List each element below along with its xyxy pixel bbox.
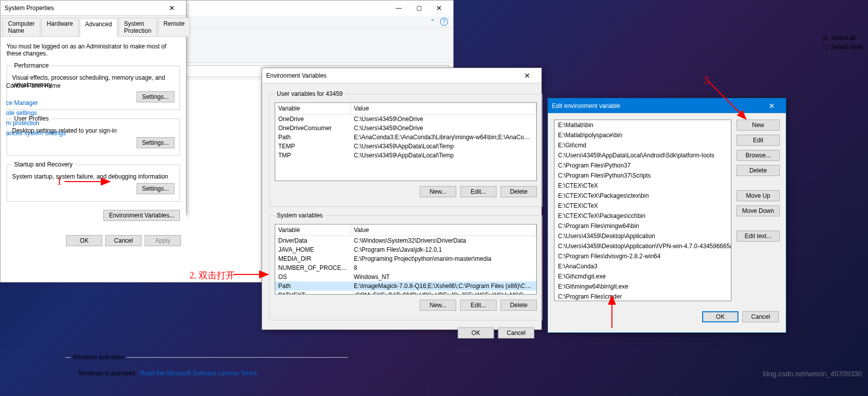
table-row[interactable]: PathE:\AnaConda3;E:\AnaConda3\Library\mi… — [275, 133, 536, 142]
path-list-item[interactable]: E:\Git\cmd\git.exe — [554, 271, 731, 281]
user-profiles-settings-button[interactable]: Settings... — [137, 137, 174, 148]
path-list-item[interactable]: E:\Matlab\bin — [554, 120, 731, 130]
performance-settings-button[interactable]: Settings... — [137, 91, 174, 102]
environment-variables-button[interactable]: Environment Variables... — [103, 210, 180, 221]
tab-hardware[interactable]: Hardware — [41, 18, 79, 36]
editvar-browse-button[interactable]: Browse... — [736, 150, 780, 161]
path-list-item[interactable]: C:\Program Files\Python37\Scripts — [554, 171, 731, 181]
apply-button[interactable]: Apply — [145, 235, 181, 246]
user-delete-button[interactable]: Delete — [501, 186, 537, 197]
sys-delete-button[interactable]: Delete — [501, 300, 537, 311]
cancel-button[interactable]: Cancel — [105, 235, 142, 246]
control-panel-sidebar: Control Panel Home ce Manager ote settin… — [0, 81, 86, 138]
header-value[interactable]: Value — [351, 224, 536, 236]
editvar-moveup-button[interactable]: Move Up — [736, 190, 780, 201]
close-icon[interactable]: ✕ — [517, 69, 537, 83]
path-list-item[interactable]: E:\Matlab\polyspace\bin — [554, 130, 731, 140]
system-variables-table[interactable]: VariableValue DriverDataC:\Windows\Syste… — [275, 224, 537, 295]
path-list-item[interactable]: C:\Program Files\cmder — [554, 292, 731, 301]
tab-advanced[interactable]: Advanced — [80, 18, 117, 37]
close-icon[interactable]: ✕ — [762, 99, 782, 113]
table-row[interactable]: TMPC:\Users\43459\AppData\Local\Temp — [275, 151, 536, 160]
performance-legend: Performance — [12, 62, 51, 69]
activation-legend: Windows activation — [71, 354, 127, 361]
sidebar-item-device-manager[interactable]: ce Manager — [0, 98, 86, 108]
close-icon[interactable]: ✕ — [162, 1, 182, 15]
path-list-item[interactable]: C:\Users\43459\Desktop\Application\IVPN-… — [554, 241, 731, 251]
select-none-button[interactable]: ☐Select none — [823, 42, 863, 51]
user-edit-button[interactable]: Edit... — [460, 186, 497, 197]
path-list-item[interactable]: E:\CTEX\CTeX — [554, 201, 731, 211]
tab-computer-name[interactable]: Computer Name — [3, 18, 40, 36]
path-list-item[interactable]: C:\Program Files\mingw64\bin — [554, 221, 731, 231]
select-all-button[interactable]: ☑Select all — [823, 33, 863, 42]
table-row[interactable]: JAVA_HOMEC:\Program Files\Java\jdk-12.0.… — [275, 245, 536, 254]
header-value[interactable]: Value — [351, 103, 536, 114]
user-variables-table[interactable]: VariableValue OneDriveC:\Users\43459\One… — [275, 102, 537, 181]
envvars-ok-button[interactable]: OK — [458, 327, 494, 338]
system-variables-group: System variables VariableValue DriverDat… — [269, 212, 542, 320]
editvar-movedown-button[interactable]: Move Down — [736, 205, 780, 216]
table-row[interactable]: MEDIA_DIRE:\Programing Project\python\ma… — [275, 254, 536, 263]
editvar-edit-button[interactable]: Edit — [736, 135, 780, 146]
user-variables-group: User variables for 43459 VariableValue O… — [269, 90, 542, 207]
table-row[interactable]: OSWindows_NT — [275, 272, 536, 281]
sys-edit-button[interactable]: Edit... — [460, 300, 497, 311]
startup-recovery-group: Startup and Recovery System startup, sys… — [7, 161, 180, 202]
sysprops-tabs: Computer Name Hardware Advanced System P… — [1, 16, 186, 37]
select-all-icon: ☑ — [823, 34, 828, 41]
table-row[interactable]: OneDriveConsumerC:\Users\43459\OneDrive — [275, 124, 536, 133]
help-icon[interactable]: ? — [440, 18, 448, 26]
envvars-title: Environment Variables — [266, 72, 327, 79]
path-list-item[interactable]: C:\Program Files\Python37 — [554, 160, 731, 171]
header-variable[interactable]: Variable — [275, 224, 351, 236]
sys-new-button[interactable]: New... — [420, 300, 456, 311]
minimize-icon[interactable] — [389, 1, 409, 15]
select-group: ☑Select all ☐Select none — [823, 33, 863, 51]
editvar-titlebar[interactable]: Edit environment variable ✕ — [548, 98, 786, 114]
editvar-edittext-button[interactable]: Edit text... — [736, 231, 780, 242]
close-icon[interactable]: ✕ — [429, 1, 449, 15]
path-list-item[interactable]: E:\CTEX\CTeX\Packages\cct\bin — [554, 211, 731, 221]
table-row[interactable]: TEMPC:\Users\43459\AppData\Local\Temp — [275, 142, 536, 151]
sidebar-item-advanced-settings[interactable]: anced system settings — [0, 128, 86, 138]
path-list-item[interactable]: E:\CTEX\CTeX\Packages\ctex\bin — [554, 191, 731, 201]
tab-system-protection[interactable]: System Protection — [118, 18, 157, 36]
user-new-button[interactable]: New... — [420, 186, 456, 197]
path-list-item[interactable]: E:\Git\mingw64\bin\git.exe — [554, 281, 731, 292]
path-list[interactable]: E:\Matlab\binE:\Matlab\polyspace\binE:\G… — [554, 120, 731, 301]
editvar-delete-button[interactable]: Delete — [736, 165, 780, 176]
header-variable[interactable]: Variable — [275, 103, 351, 114]
sysprops-title: System Properties — [5, 5, 54, 12]
envvars-cancel-button[interactable]: Cancel — [498, 327, 534, 338]
path-list-item[interactable]: C:\Users\43459\AppData\Local\Android\Sdk… — [554, 150, 731, 160]
annotation-1: 1 — [56, 175, 62, 188]
table-row[interactable]: PathE:\ImageMagick-7.0.8-Q16;E:\Xshell6\… — [275, 281, 536, 291]
editvar-ok-button[interactable]: OK — [702, 311, 738, 322]
path-list-item[interactable]: E:\CTEX\CTeX — [554, 181, 731, 191]
sysprops-titlebar[interactable]: System Properties ✕ — [1, 1, 186, 16]
select-none-icon: ☐ — [823, 43, 828, 50]
startup-desc: System startup, system failure, and debu… — [12, 173, 174, 180]
sidebar-item-system-protection[interactable]: m protection — [0, 118, 86, 128]
maximize-icon[interactable] — [409, 1, 429, 15]
environment-variables-dialog: Environment Variables ✕ User variables f… — [262, 68, 542, 330]
startup-settings-button[interactable]: Settings... — [137, 183, 174, 194]
table-row[interactable]: NUMBER_OF_PROCESSORS8 — [275, 263, 536, 272]
ok-button[interactable]: OK — [66, 235, 102, 246]
admin-note: You must be logged on as an Administrato… — [7, 43, 180, 57]
path-list-item[interactable]: C:\Users\43459\Desktop\Application — [554, 231, 731, 241]
table-row[interactable]: OneDriveC:\Users\43459\OneDrive — [275, 115, 536, 124]
path-list-item[interactable]: E:\AnaConda3 — [554, 261, 731, 271]
path-list-item[interactable]: E:\Git\cmd — [554, 140, 731, 150]
tab-remote[interactable]: Remote — [158, 18, 190, 36]
editvar-new-button[interactable]: New — [736, 120, 780, 131]
table-row[interactable]: DriverDataC:\Windows\System32\Drivers\Dr… — [275, 236, 536, 245]
table-row[interactable]: PATHEXT.COM;.EXE;.BAT;.CMD;.VBS;.VBE;.JS… — [275, 291, 536, 295]
sidebar-item-remote-settings[interactable]: ote settings — [0, 108, 86, 118]
editvar-cancel-button[interactable]: Cancel — [742, 311, 779, 322]
path-list-item[interactable]: C:\Program Files\dvisvgm-2.8.2-win64 — [554, 251, 731, 261]
sidebar-item-home[interactable]: Control Panel Home — [0, 81, 86, 91]
license-terms-link[interactable]: Read the Microsoft Software License Term… — [140, 370, 257, 377]
ribbon-collapse-icon[interactable]: ⌃ — [430, 18, 435, 25]
